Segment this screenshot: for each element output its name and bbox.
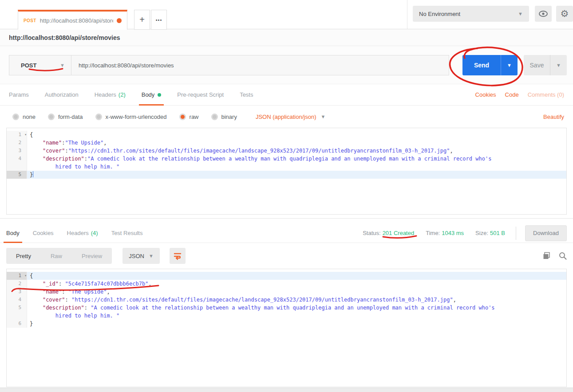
text-cursor — [33, 171, 33, 177]
tab-options-button[interactable]: ••• — [151, 10, 167, 30]
search-icon — [559, 252, 567, 260]
save-options-button[interactable]: ▼ — [550, 55, 567, 75]
tab-strip: POST http://localhost:8080/api/store/ + … — [0, 0, 573, 29]
response-tab-cookies[interactable]: Cookies — [33, 223, 54, 243]
body-type-row: none form-data x-www-form-urlencoded raw… — [0, 106, 573, 128]
line-number: 2 — [7, 280, 27, 288]
tab-tests[interactable]: Tests — [240, 84, 253, 106]
copy-icon — [543, 252, 551, 260]
response-headers-count-badge: (4) — [91, 230, 98, 236]
response-right-icons — [535, 252, 567, 260]
gear-icon: ⚙ — [561, 8, 569, 19]
radio-raw[interactable]: raw — [179, 114, 199, 120]
method-label: POST — [21, 62, 36, 69]
comments-link[interactable]: Comments (0) — [528, 91, 564, 98]
unsaved-dot-icon — [117, 18, 122, 23]
view-raw-button[interactable]: Raw — [41, 253, 72, 259]
search-response-button[interactable] — [559, 252, 567, 260]
download-button[interactable]: Download — [525, 225, 567, 241]
code-line[interactable]: 5} — [7, 171, 566, 179]
ellipsis-icon: ••• — [156, 17, 162, 23]
chevron-down-icon: ▼ — [518, 11, 523, 16]
environment-preview-button[interactable] — [535, 6, 552, 22]
code-line[interactable]: 4 "description":"A comedic look at the r… — [7, 155, 566, 163]
fold-caret-icon[interactable]: ▾ — [24, 272, 27, 280]
response-body-editor[interactable]: 1▾{2 "_id": "5c4e715fa74c07dbbb6ecb7b",3… — [6, 269, 567, 387]
radio-icon — [95, 114, 102, 120]
plus-icon: + — [139, 15, 145, 25]
line-number: 3 — [7, 288, 27, 296]
request-body-editor[interactable]: 1▾{2 "name":"The Upside",3 "cover":"http… — [6, 128, 567, 215]
tab-body[interactable]: Body — [142, 84, 162, 106]
response-toolbar: Pretty Raw Preview JSON ▼ — [0, 247, 573, 264]
radio-none[interactable]: none — [12, 114, 36, 120]
send-options-button[interactable]: ▼ — [501, 55, 518, 75]
wrap-text-button[interactable] — [170, 248, 186, 264]
code-line[interactable]: 4 "cover": "https://cdn1.thr.com/sites/d… — [7, 296, 566, 304]
code-line[interactable]: 1▾{ — [7, 272, 566, 280]
bottom-scrollbar-track[interactable] — [0, 388, 573, 392]
beautify-link[interactable]: Beautify — [543, 114, 564, 120]
response-format-select[interactable]: JSON ▼ — [123, 248, 160, 264]
code-line[interactable]: 5 "description": "A comedic look at the … — [7, 304, 566, 312]
line-number: 1▾ — [7, 131, 27, 139]
save-button[interactable]: Save ▼ — [524, 55, 567, 75]
code-line[interactable]: 3 "name": "The Upside", — [7, 288, 566, 296]
environment-label: No Environment — [419, 11, 460, 17]
tab-url-label: http://localhost:8080/api/store/ — [40, 17, 113, 24]
environment-select[interactable]: No Environment ▼ — [413, 6, 529, 22]
request-tab[interactable]: POST http://localhost:8080/api/store/ — [18, 10, 127, 30]
wrap-text-icon — [173, 251, 182, 260]
chevron-down-icon: ▼ — [60, 63, 65, 68]
view-preview-button[interactable]: Preview — [72, 253, 112, 259]
code-line[interactable]: 2 "_id": "5c4e715fa74c07dbbb6ecb7b", — [7, 280, 566, 288]
line-number: 6 — [7, 320, 27, 328]
radio-icon — [12, 114, 19, 120]
settings-button[interactable]: ⚙ — [556, 6, 573, 22]
cookies-link[interactable]: Cookies — [475, 91, 496, 98]
chevron-down-icon: ▼ — [149, 253, 154, 259]
tab-authorization[interactable]: Authorization — [45, 84, 79, 106]
code-line[interactable]: hired to help him. " — [7, 312, 566, 320]
status-badge: Status:201 Created — [363, 230, 414, 236]
response-tab-test-results[interactable]: Test Results — [111, 223, 143, 243]
response-tab-body[interactable]: Body — [6, 223, 20, 243]
new-tab-button[interactable]: + — [134, 10, 150, 30]
send-button[interactable]: Send ▼ — [462, 55, 518, 75]
header-divider — [407, 0, 407, 29]
radio-binary[interactable]: binary — [211, 114, 237, 120]
line-number: 1▾ — [7, 272, 27, 280]
code-line[interactable]: 6} — [7, 320, 566, 328]
time-badge: Time:1043 ms — [426, 230, 464, 236]
tab-pre-request-script[interactable]: Pre-request Script — [177, 84, 224, 106]
tab-params[interactable]: Params — [9, 84, 29, 106]
radio-x-www-form-urlencoded[interactable]: x-www-form-urlencoded — [95, 114, 167, 120]
url-input[interactable]: http://localhost:8080/api/store/movies — [71, 55, 449, 75]
code-line[interactable]: 3 "cover":"https://cdn1.thr.com/sites/de… — [7, 147, 566, 155]
response-meta-row: Body Cookies Headers (4) Test Results St… — [0, 223, 573, 243]
copy-response-button[interactable] — [543, 252, 551, 260]
radio-selected-icon — [179, 114, 186, 120]
save-label: Save — [524, 55, 550, 75]
request-tabs: Params Authorization Headers (2) Body Pr… — [0, 84, 573, 106]
url-builder-row: POST ▼ http://localhost:8080/api/store/m… — [0, 46, 573, 84]
line-number: 4 — [7, 155, 27, 163]
method-select[interactable]: POST ▼ — [9, 55, 71, 75]
content-type-select[interactable]: JSON (application/json) ▼ — [256, 114, 325, 120]
code-line[interactable]: hired to help him. " — [7, 163, 566, 171]
send-label: Send — [462, 55, 501, 75]
tab-headers[interactable]: Headers (2) — [95, 84, 126, 106]
radio-form-data[interactable]: form-data — [48, 114, 83, 120]
code-line[interactable]: 1▾{ — [7, 131, 566, 139]
fold-caret-icon[interactable]: ▾ — [24, 131, 27, 139]
eye-icon — [538, 10, 548, 17]
radio-icon — [48, 114, 55, 120]
line-number: 4 — [7, 296, 27, 304]
response-tab-headers[interactable]: Headers (4) — [67, 223, 98, 243]
code-link[interactable]: Code — [505, 91, 519, 98]
code-line[interactable]: 2 "name":"The Upside", — [7, 139, 566, 147]
line-number — [7, 312, 27, 320]
section-divider — [0, 218, 573, 219]
view-pretty-button[interactable]: Pretty — [6, 253, 41, 259]
divider — [516, 227, 516, 240]
